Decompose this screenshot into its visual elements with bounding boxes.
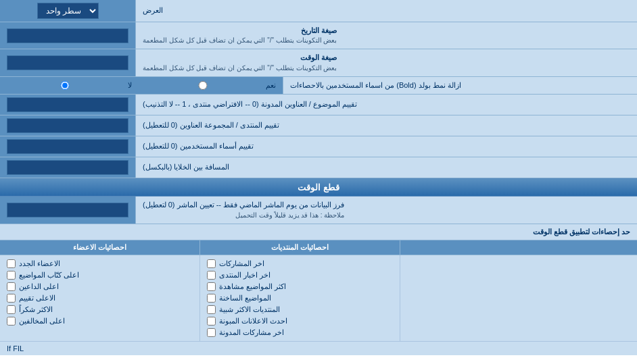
cb-item: اعلى الداعين [7, 281, 193, 292]
cb-label: المواضيع الساخنة [219, 294, 271, 303]
cutoff-filter-row: فرز البيانات من يوم الماشر الماضي فقط --… [0, 197, 637, 224]
topics-sort-row: تقييم الموضوع / العناوين المدونة (0 -- ا… [0, 95, 637, 115]
cb-item: المواضيع الساخنة [207, 292, 393, 304]
display-label: العرض [135, 0, 637, 22]
cb-label: الاعضاء الجدد [19, 259, 60, 268]
cb-item: اعلى كتّاب المواضيع [7, 269, 193, 281]
cb-item: اخر مشاركات المدونة [207, 327, 393, 338]
forum-sort-input[interactable]: 33 [7, 118, 128, 133]
bold-remove-label: ازالة نمط بولد (Bold) من اسماء المستخدمي… [283, 77, 637, 94]
limit-stats-label: حد إحصاءات لتطبيق قطع الوقت [0, 224, 637, 240]
cb-item: اخر اخبار المنتدى [207, 269, 393, 281]
cb-item: اخر المشاركات [207, 258, 393, 269]
cb-latest-ads[interactable] [207, 317, 216, 326]
cb-most-viewed[interactable] [207, 282, 216, 291]
time-format-row: صيغة الوقت بعض التكوينات يتطلب "/" التي … [0, 49, 637, 76]
bold-remove-row: ازالة نمط بولد (Bold) من اسماء المستخدمي… [0, 77, 637, 95]
time-format-input-cell: H:i [0, 49, 135, 76]
users-sort-label: تقييم أسماء المستخدمين (0 للتعطيل) [135, 136, 637, 157]
cb-top-inviters[interactable] [7, 282, 16, 291]
date-format-input-cell: d-m [0, 22, 135, 49]
cb-label: اخر المشاركات [219, 259, 264, 268]
cb-item: المنتديات الاكثر شبية [207, 304, 393, 315]
cb-label: اعلى المخالفين [19, 317, 65, 326]
time-format-label: صيغة الوقت بعض التكوينات يتطلب "/" التي … [135, 49, 637, 76]
cb-item: الاعلى تقييم [7, 292, 193, 304]
cb-popular-forums[interactable] [207, 305, 216, 314]
limit-stats-row: حد إحصاءات لتطبيق قطع الوقت [0, 224, 637, 240]
cb-label: الاعلى تقييم [19, 294, 55, 303]
cb-hot-topics[interactable] [207, 294, 216, 303]
cutoff-section-title: قطع الوقت [0, 178, 637, 197]
users-sort-input-cell: 0 [0, 136, 135, 157]
cb-label: اكثر المواضيع مشاهدة [219, 282, 286, 291]
cb-col3-header [400, 240, 637, 255]
bottom-text: If FIL [0, 341, 637, 355]
checkboxes-section: احصائيات المنتديات احصائيات الاعضاء اخر … [0, 240, 637, 341]
bottom-text-content: If FIL [7, 344, 24, 353]
main-container: العرض سطر واحد سطران ثلاثة أسطر صيغة الت… [0, 0, 637, 355]
cb-label: احدث الاعلانات المبونة [219, 317, 287, 326]
topics-sort-input-cell: 33 [0, 95, 135, 115]
bold-no-radio[interactable] [4, 81, 126, 90]
cb-most-thanked[interactable] [7, 305, 16, 314]
display-input-cell: سطر واحد سطران ثلاثة أسطر [0, 0, 135, 22]
bold-remove-input-cell: نعم لا [0, 77, 283, 94]
users-sort-row: تقييم أسماء المستخدمين (0 للتعطيل) 0 [0, 136, 637, 157]
display-row: العرض سطر واحد سطران ثلاثة أسطر [0, 0, 637, 22]
cb-body: اخر المشاركات اخر اخبار المنتدى اكثر الم… [0, 255, 637, 341]
cutoff-filter-label: فرز البيانات من يوم الماشر الماضي فقط --… [135, 197, 637, 223]
display-select[interactable]: سطر واحد سطران ثلاثة أسطر [37, 3, 99, 19]
cb-header: احصائيات المنتديات احصائيات الاعضاء [0, 240, 637, 255]
cb-top-rated[interactable] [7, 294, 16, 303]
cb-item: الاعضاء الجدد [7, 258, 193, 269]
bold-yes-radio[interactable] [142, 81, 264, 90]
date-format-row: صيغة التاريخ بعض التكوينات يتطلب "/" الت… [0, 22, 637, 49]
cb-col1: الاعضاء الجدد اعلى كتّاب المواضيع اعلى ا… [0, 255, 199, 341]
cutoff-filter-input-cell: 0 [0, 197, 135, 223]
cb-label: اخر مشاركات المدونة [219, 328, 284, 337]
cb-col3 [400, 255, 637, 341]
topics-sort-label: تقييم الموضوع / العناوين المدونة (0 -- ا… [135, 95, 637, 115]
cb-col2: اخر المشاركات اخر اخبار المنتدى اكثر الم… [199, 255, 400, 341]
forum-sort-row: تقييم المنتدى / المجموعة العناوين (0 للت… [0, 115, 637, 136]
bold-no-label[interactable]: لا [4, 81, 132, 90]
cell-spacing-label: المسافة بين الخلايا (بالبكسل) [135, 157, 637, 178]
cb-label: الاكثر شكراً [19, 305, 53, 314]
users-sort-input[interactable]: 0 [7, 139, 128, 154]
forum-sort-label: تقييم المنتدى / المجموعة العناوين (0 للت… [135, 115, 637, 136]
cb-last-news[interactable] [207, 271, 216, 280]
cb-blog-posts[interactable] [207, 328, 216, 337]
forum-sort-input-cell: 33 [0, 115, 135, 136]
date-format-input[interactable]: d-m [7, 28, 128, 43]
cb-label: اعلى كتّاب المواضيع [19, 271, 79, 280]
cb-item: احدث الاعلانات المبونة [207, 315, 393, 327]
cb-new-members[interactable] [7, 259, 16, 268]
cb-label: اخر اخبار المنتدى [219, 271, 270, 280]
cb-item: اعلى المخالفين [7, 315, 193, 327]
topics-sort-input[interactable]: 33 [7, 97, 128, 112]
cb-item: الاكثر شكراً [7, 304, 193, 315]
bold-yes-label[interactable]: نعم [142, 81, 276, 90]
cb-col1-header: احصائيات الاعضاء [0, 240, 199, 255]
cell-spacing-row: المسافة بين الخلايا (بالبكسل) 2 [0, 157, 637, 178]
time-format-input[interactable]: H:i [7, 55, 128, 70]
cb-item: اكثر المواضيع مشاهدة [207, 281, 393, 292]
cb-last-posts[interactable] [207, 259, 216, 268]
cb-top-posters[interactable] [7, 271, 16, 280]
date-format-label: صيغة التاريخ بعض التكوينات يتطلب "/" الت… [135, 22, 637, 49]
cb-col2-header: احصائيات المنتديات [199, 240, 400, 255]
cell-spacing-input[interactable]: 2 [7, 160, 128, 175]
cb-top-violators[interactable] [7, 317, 16, 326]
cutoff-filter-input[interactable]: 0 [7, 203, 128, 217]
cell-spacing-input-cell: 2 [0, 157, 135, 178]
cb-label: اعلى الداعين [19, 282, 59, 291]
cb-label: المنتديات الاكثر شبية [219, 305, 280, 314]
